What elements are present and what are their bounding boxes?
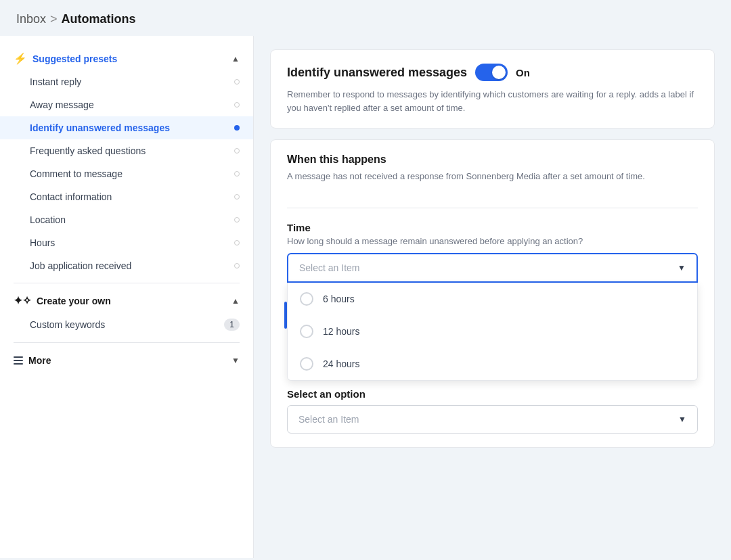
sidebar-item-job-application[interactable]: Job application received [0,254,253,277]
toggle-thumb [492,66,506,79]
sidebar-divider-1 [14,283,240,283]
time-section: Time How long should a message remain un… [271,208,714,296]
toggle-description: Remember to respond to messages by ident… [287,88,698,114]
suggested-presets-title: ⚡ Suggested presets [14,52,117,65]
status-dot-empty [234,102,240,108]
sidebar-item-away-message[interactable]: Away message [0,93,253,116]
sidebar-section-suggested-presets: ⚡ Suggested presets ▲ Instant reply Away… [0,47,253,277]
sidebar: ⚡ Suggested presets ▲ Instant reply Away… [0,36,254,558]
sidebar-divider-2 [14,342,240,343]
chevron-up-icon-2: ▲ [231,296,240,306]
radio-6-hours [300,292,313,306]
more-title: More [14,355,51,366]
sidebar-item-hours[interactable]: Hours [0,231,253,254]
status-dot-empty [234,79,240,85]
action-dropdown-chevron-icon: ▼ [678,415,686,424]
sidebar-more-section[interactable]: More ▼ [0,348,253,373]
when-happens-description: A message has not received a response fr… [287,170,698,183]
sidebar-section-create-your-own: ✦✧ Create your own ▲ Custom keywords 1 [0,289,253,337]
time-sublabel: How long should a message remain unanswe… [287,236,698,246]
action-dropdown[interactable]: Select an Item ▼ [287,405,698,434]
sidebar-item-comment-to-message[interactable]: Comment to message [0,162,253,185]
sidebar-item-custom-keywords[interactable]: Custom keywords 1 [0,312,253,337]
toggle-switch[interactable] [475,64,508,81]
sparkle-icon: ✦✧ [14,294,31,307]
breadcrumb-separator: > [50,12,58,26]
toggle-card: Identify unanswered messages On Remember… [270,49,715,129]
breadcrumb-current: Automations [62,12,136,26]
sidebar-item-identify-unanswered[interactable]: Identify unanswered messages [0,116,253,139]
option-6-hours[interactable]: 6 hours [288,283,697,315]
status-dot-empty [234,263,240,269]
chevron-down-icon: ▼ [231,356,240,365]
option-24-hours[interactable]: 24 hours [288,348,697,380]
dropdown-chevron-icon: ▼ [678,263,686,273]
suggested-presets-header[interactable]: ⚡ Suggested presets ▲ [0,47,253,70]
chevron-up-icon: ▲ [231,54,240,64]
page-header: Inbox > Automations [0,0,731,36]
action-dropdown-placeholder: Select an Item [298,414,359,425]
toggle-row: Identify unanswered messages On [287,64,698,81]
automation-title: Identify unanswered messages [287,66,467,80]
status-dot-empty [234,171,240,177]
status-dot-empty [234,240,240,246]
option-12-hours[interactable]: 12 hours [288,315,697,348]
radio-24-hours [300,357,313,371]
breadcrumb-inbox[interactable]: Inbox [16,12,46,26]
status-dot-empty [234,194,240,200]
radio-12-hours [300,325,313,338]
time-dropdown[interactable]: Select an Item ▼ [287,253,698,283]
sidebar-item-contact-information[interactable]: Contact information [0,185,253,208]
time-dropdown-options: 6 hours 12 hours 24 hours [287,283,698,381]
create-your-own-header[interactable]: ✦✧ Create your own ▲ [0,289,253,312]
status-dot-empty [234,217,240,223]
when-happens-heading: When this happens [287,154,698,166]
toggle-status: On [516,67,530,78]
time-dropdown-wrapper: Select an Item ▼ 6 hours 12 hours [287,253,698,283]
status-dot-empty [234,148,240,154]
status-dot-active [234,125,240,131]
when-happens-card: When this happens A message has not rece… [270,139,715,448]
sidebar-item-location[interactable]: Location [0,208,253,231]
sidebar-item-instant-reply[interactable]: Instant reply [0,70,253,93]
option-6-hours-label: 6 hours [323,294,355,304]
time-dropdown-placeholder: Select an Item [299,262,360,273]
main-content: Identify unanswered messages On Remember… [254,36,731,558]
when-happens-inner: When this happens A message has not rece… [271,140,714,208]
time-label: Time [287,222,698,233]
bolt-icon: ⚡ [14,52,27,65]
create-your-own-title: ✦✧ Create your own [14,294,111,307]
option-24-hours-label: 24 hours [323,358,359,369]
option-12-hours-label: 12 hours [323,326,359,337]
custom-keywords-badge: 1 [224,319,240,331]
hamburger-icon [14,356,23,365]
sidebar-item-faq[interactable]: Frequently asked questions [0,139,253,162]
select-option-label: Select an option [287,388,698,400]
